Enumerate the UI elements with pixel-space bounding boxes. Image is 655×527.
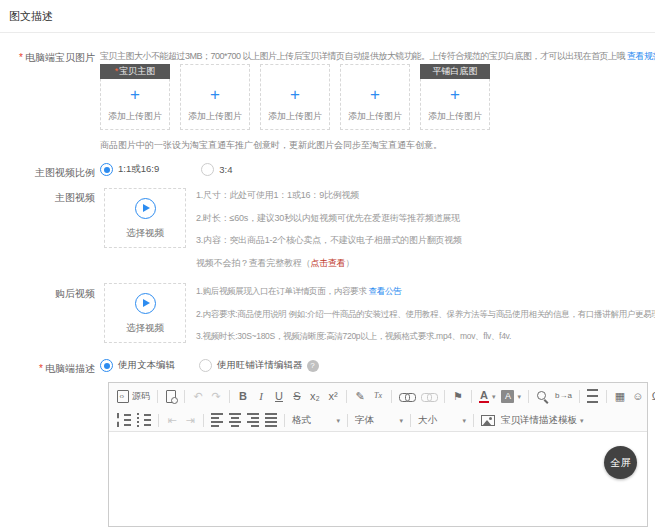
image-sync-note: 商品图片中的一张设为淘宝直通车推广创意时，更新此图片会同步至淘宝直通车创意。 bbox=[100, 139, 442, 152]
add-image-label: 添加上传图片 bbox=[341, 110, 409, 123]
size-select-dropdown[interactable]: 大小▾ bbox=[416, 410, 468, 430]
radio-label: 使用旺铺详情编辑器 bbox=[217, 359, 303, 372]
bold-button[interactable]: B bbox=[235, 386, 251, 406]
format-painter-button[interactable]: ✎ bbox=[352, 386, 368, 406]
ordered-list-button[interactable] bbox=[115, 410, 133, 430]
special-char-button[interactable]: Ω bbox=[648, 386, 655, 406]
replace-icon: b→a bbox=[555, 392, 572, 400]
caret-down-icon: ▾ bbox=[399, 417, 403, 424]
line-height-button[interactable] bbox=[585, 386, 601, 406]
image-slot-tag-label: 宝贝主图 bbox=[119, 66, 155, 76]
help-icon[interactable]: ? bbox=[307, 360, 319, 372]
italic-icon: I bbox=[259, 391, 263, 402]
underline-button[interactable]: U bbox=[271, 386, 287, 406]
underline-icon: U bbox=[275, 391, 283, 402]
field-label-main-video: 主图视频 bbox=[0, 191, 95, 205]
align-left-icon bbox=[211, 413, 223, 427]
template-select-dropdown[interactable]: 宝贝详情描述模板▾ bbox=[499, 410, 586, 430]
source-code-button[interactable]: 源码 bbox=[115, 386, 152, 406]
required-asterisk: * bbox=[19, 52, 23, 63]
line-height-icon bbox=[587, 389, 598, 403]
italic-button[interactable]: I bbox=[253, 386, 269, 406]
size-select-label: 大小 bbox=[418, 414, 437, 427]
text-color-button[interactable]: A▾ bbox=[477, 386, 497, 406]
upload-image-box[interactable]: +添加上传图片 bbox=[260, 64, 330, 130]
upload-image-box[interactable]: *宝贝主图+添加上传图片 bbox=[100, 64, 170, 130]
radio-option[interactable]: 使用文本编辑 bbox=[100, 359, 175, 372]
upload-image-box[interactable]: +添加上传图片 bbox=[180, 64, 250, 130]
indent-button: ⇥ bbox=[182, 410, 198, 430]
editor-toolbar-row1: 源码↶↷BIUSx₂x²✎Tx⚑A▾A▾b→a▦☺Ω bbox=[109, 383, 647, 409]
toolbar-separator bbox=[158, 414, 159, 427]
anchor-flag-button[interactable]: ⚑ bbox=[450, 386, 466, 406]
align-center-button[interactable] bbox=[227, 410, 243, 430]
indent-icon: ⇥ bbox=[185, 415, 194, 426]
plus-icon: + bbox=[101, 87, 169, 103]
align-justify-icon bbox=[265, 413, 277, 427]
tutorial-text: 视频不会拍？查看完整教程（ bbox=[196, 258, 310, 268]
replace-button[interactable]: b→a bbox=[553, 386, 574, 406]
preview-button[interactable] bbox=[163, 386, 179, 406]
upload-image-box[interactable]: 平铺白底图+添加上传图片 bbox=[420, 64, 490, 130]
view-spec-link[interactable]: 查看规范 bbox=[627, 51, 655, 61]
subscript-button[interactable]: x₂ bbox=[307, 386, 323, 406]
ordered-list-icon bbox=[117, 413, 131, 427]
post-video-select-box[interactable]: 选择视频 bbox=[104, 283, 186, 343]
bg-color-button[interactable]: A▾ bbox=[499, 386, 523, 406]
guideline-item: 2.时长：≤60s，建议30秒以内短视频可优先在爱逛街等推荐频道展现 bbox=[196, 212, 462, 224]
toolbar-separator bbox=[284, 414, 285, 427]
guideline-item: 3.内容：突出商品1-2个核心卖点，不建议电子相册式的图片翻页视频 bbox=[196, 234, 462, 246]
plus-icon: + bbox=[181, 87, 249, 103]
caret-down-icon: ▾ bbox=[462, 417, 466, 424]
add-image-label: 添加上传图片 bbox=[261, 110, 329, 123]
upload-image-box[interactable]: +添加上传图片 bbox=[340, 64, 410, 130]
unordered-list-button[interactable] bbox=[135, 410, 153, 430]
radio-option[interactable]: 使用旺铺详情编辑器? bbox=[199, 359, 319, 372]
click-view-link[interactable]: 点击查看 bbox=[310, 258, 345, 268]
strikethrough-button[interactable]: S bbox=[289, 386, 305, 406]
search-button[interactable] bbox=[534, 386, 551, 406]
font-select-label: 字体 bbox=[355, 414, 374, 427]
insert-link-button[interactable] bbox=[397, 386, 417, 406]
align-center-icon bbox=[229, 413, 241, 427]
insert-image-icon bbox=[481, 415, 495, 426]
align-right-button[interactable] bbox=[245, 410, 261, 430]
toolbar-separator bbox=[606, 390, 607, 403]
toolbar-separator bbox=[471, 390, 472, 403]
guideline-item: 2.内容要求:商品使用说明 例如:介绍一件商品的安装过程、使用教程、保养方法等与… bbox=[196, 308, 655, 320]
toolbar-separator bbox=[347, 414, 348, 427]
view-announcement-link[interactable]: 查看公告 bbox=[369, 286, 402, 296]
remove-format-button[interactable]: Tx bbox=[370, 386, 386, 406]
insert-table-button[interactable]: ▦ bbox=[612, 386, 628, 406]
divider bbox=[0, 32, 655, 33]
toolbar-separator bbox=[157, 390, 158, 403]
fullscreen-button[interactable]: 全屏 bbox=[604, 446, 637, 479]
main-video-guidelines: 1.尺寸：此处可使用1：1或16：9比例视频 2.时长：≤60s，建议30秒以内… bbox=[196, 189, 462, 279]
align-left-button[interactable] bbox=[209, 410, 225, 430]
select-video-label: 选择视频 bbox=[105, 227, 185, 240]
search-icon bbox=[536, 390, 549, 403]
unordered-list-icon bbox=[137, 413, 151, 427]
superscript-icon: x² bbox=[328, 391, 337, 402]
align-justify-button[interactable] bbox=[263, 410, 279, 430]
preview-icon bbox=[166, 390, 176, 403]
format-select-label: 格式 bbox=[292, 414, 311, 427]
insert-image-button[interactable] bbox=[479, 410, 497, 430]
help-text: 宝贝主图大小不能超过3MB；700*700 以上图片上传后宝贝详情页自动提供放大… bbox=[100, 51, 625, 61]
add-image-label: 添加上传图片 bbox=[421, 110, 489, 123]
font-select-dropdown[interactable]: 字体▾ bbox=[353, 410, 405, 430]
toolbar-separator bbox=[444, 390, 445, 403]
image-upload-help: 宝贝主图大小不能超过3MB；700*700 以上图片上传后宝贝详情页自动提供放大… bbox=[100, 50, 655, 63]
radio-option[interactable]: 1:1或16:9 bbox=[100, 163, 159, 176]
caret-down-icon: ▾ bbox=[336, 417, 340, 424]
superscript-button[interactable]: x² bbox=[325, 386, 341, 406]
main-video-select-box[interactable]: 选择视频 bbox=[104, 188, 186, 248]
remove-format-icon: Tx bbox=[374, 392, 382, 400]
add-image-label: 添加上传图片 bbox=[181, 110, 249, 123]
tutorial-text-suffix: ） bbox=[346, 258, 355, 268]
editor-content[interactable] bbox=[109, 432, 647, 525]
template-select-label: 宝贝详情描述模板 bbox=[501, 414, 577, 427]
emoticon-button[interactable]: ☺ bbox=[630, 386, 646, 406]
radio-option[interactable]: 3:4 bbox=[201, 163, 232, 176]
format-select-dropdown[interactable]: 格式▾ bbox=[290, 410, 342, 430]
